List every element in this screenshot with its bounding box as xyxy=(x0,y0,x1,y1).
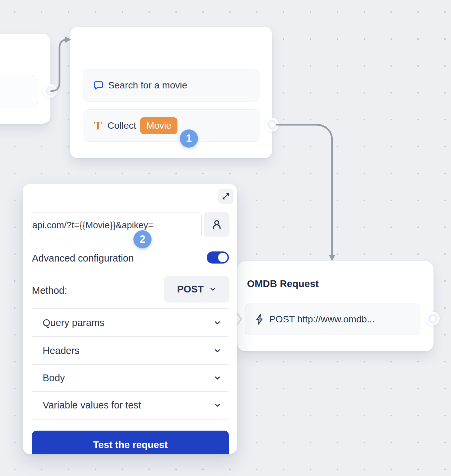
step-1-badge: 1 xyxy=(180,129,198,148)
method-value: POST xyxy=(177,284,204,295)
question-label: Search for a movie xyxy=(108,80,187,91)
step-2-badge: 2 xyxy=(133,230,152,248)
chevron-down-icon xyxy=(209,285,216,293)
webhook-config-panel: api.com/?t={{Movie}}&apikey= Advanced co… xyxy=(23,184,237,454)
movie-search-output-port[interactable] xyxy=(267,120,277,130)
connector-left-to-movie xyxy=(51,40,67,91)
lightning-icon xyxy=(254,314,264,325)
insert-variable-button[interactable] xyxy=(204,212,230,237)
arrowhead-down xyxy=(329,255,335,261)
node-title: OMDB Request xyxy=(247,278,319,289)
toggle-knob xyxy=(218,253,228,262)
chevron-down-icon xyxy=(213,401,221,409)
question-block[interactable]: Search for a movie xyxy=(83,69,259,102)
omdb-output-port[interactable] xyxy=(428,314,438,324)
chevron-down-icon xyxy=(213,374,221,382)
expand-button[interactable] xyxy=(218,189,234,204)
section-variable-values[interactable]: Variable values for test xyxy=(32,392,229,419)
connector-movie-to-omdb xyxy=(277,125,332,254)
section-label: Body xyxy=(43,372,65,384)
webhook-label: POST http://www.omdb... xyxy=(269,314,375,325)
section-query-params[interactable]: Query params xyxy=(32,309,229,336)
webhook-block[interactable]: POST http://www.omdb... xyxy=(245,304,420,335)
section-headers[interactable]: Headers xyxy=(32,337,229,364)
text-input-icon: T xyxy=(94,120,102,131)
chevron-down-icon xyxy=(213,319,221,327)
user-icon xyxy=(211,219,222,230)
chat-bubble-icon xyxy=(93,80,104,90)
divider xyxy=(32,419,229,420)
left-node-card[interactable] xyxy=(0,34,50,124)
section-label: Variable values for test xyxy=(43,400,141,411)
collect-label: Collect xyxy=(108,120,136,131)
collect-block[interactable]: T Collect Movie xyxy=(83,109,259,142)
movie-search-node[interactable]: Movie search Search for a movie T Collec… xyxy=(70,27,272,158)
variable-badge[interactable]: Movie xyxy=(140,117,177,134)
section-body[interactable]: Body xyxy=(32,364,229,391)
method-label: Method: xyxy=(32,285,67,296)
omdb-request-node[interactable]: OMDB Request POST http://www.omdb... xyxy=(237,261,434,351)
url-value: api.com/?t={{Movie}}&apikey= xyxy=(32,220,153,231)
expand-icon xyxy=(221,192,230,201)
advanced-config-toggle[interactable] xyxy=(207,251,229,264)
url-input[interactable]: api.com/?t={{Movie}}&apikey= xyxy=(32,212,202,238)
section-label: Query params xyxy=(43,317,105,328)
chevron-down-icon xyxy=(213,347,221,355)
advanced-config-label: Advanced configuration xyxy=(32,253,134,264)
test-request-button[interactable]: Test the request xyxy=(32,431,229,454)
section-label: Headers xyxy=(43,345,80,356)
method-select[interactable]: POST xyxy=(164,276,230,303)
left-node-item[interactable] xyxy=(0,75,38,108)
left-node-output-port[interactable] xyxy=(45,86,55,96)
